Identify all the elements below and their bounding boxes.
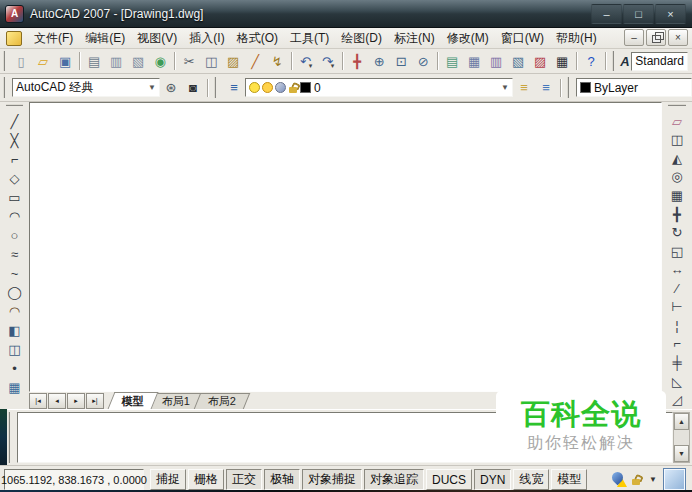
layer-viewport-freeze-icon[interactable] (275, 82, 286, 93)
layout-tab[interactable]: 模型 (108, 392, 159, 409)
close-button[interactable]: × (655, 4, 686, 24)
status-toggle-button[interactable]: 对象捕捉 (302, 469, 362, 490)
undo-icon[interactable]: ↶ ▾ (295, 50, 317, 72)
toolbar-grip[interactable] (668, 104, 686, 110)
qnew-icon[interactable]: ▯ (10, 50, 32, 72)
pan-realtime-icon[interactable]: ╋ (346, 50, 368, 72)
extend-icon[interactable]: ⊢ (667, 298, 688, 317)
workspace-settings-icon[interactable]: ⊛ (160, 77, 182, 99)
scroll-down-icon[interactable]: ▼ (674, 445, 689, 462)
save-icon[interactable]: ▣ (54, 50, 76, 72)
zoom-realtime-icon[interactable]: ⊕ (368, 50, 390, 72)
array-icon[interactable]: ▦ (667, 186, 688, 205)
status-toggle-button[interactable]: 模型 (551, 469, 587, 490)
zoom-window-icon[interactable]: ⊡ (390, 50, 412, 72)
status-toggle-button[interactable]: 正交 (226, 469, 262, 490)
construction-line-icon[interactable]: ╳ (4, 131, 25, 150)
chevron-down-icon[interactable]: ▼ (497, 83, 509, 92)
menu-item[interactable]: 窗口(W) (495, 28, 550, 49)
doc-minimize-button[interactable]: – (624, 29, 644, 46)
status-toggle-button[interactable]: 对象追踪 (364, 469, 424, 490)
toolbar-grip[interactable] (567, 77, 573, 99)
text-style-combobox[interactable]: Standard (631, 52, 688, 71)
move-icon[interactable]: ╋ (667, 205, 688, 224)
scroll-track[interactable] (674, 430, 689, 445)
rotate-icon[interactable]: ↻ (667, 223, 688, 242)
doc-restore-button[interactable] (646, 29, 666, 46)
status-toggle-button[interactable]: 栅格 (188, 469, 224, 490)
menu-item[interactable]: 帮助(H) (550, 28, 603, 49)
chevron-down-icon[interactable]: ▼ (144, 83, 156, 92)
layer-freeze-sun-icon[interactable] (262, 82, 273, 93)
menu-item[interactable]: 格式(O) (231, 28, 284, 49)
layer-lock-icon[interactable] (289, 87, 297, 93)
match-properties-icon[interactable]: ╱ (244, 50, 266, 72)
circle-icon[interactable]: ○ (4, 226, 25, 245)
copy-icon[interactable]: ◫ (200, 50, 222, 72)
status-toggle-button[interactable]: 捕捉 (150, 469, 186, 490)
offset-icon[interactable]: ◎ (667, 168, 688, 187)
plot-preview-icon[interactable]: ▥ (105, 50, 127, 72)
redo-icon[interactable]: ↷ ▾ (317, 50, 339, 72)
ellipse-icon[interactable]: ◯ (4, 283, 25, 302)
status-toggle-button[interactable]: 线宽 (513, 469, 549, 490)
toolbar-grip[interactable] (3, 77, 9, 99)
toolbar-grip[interactable] (214, 77, 220, 99)
doc-close-button[interactable]: × (668, 29, 688, 46)
communication-center-icon[interactable] (612, 472, 631, 487)
break-icon[interactable]: ⌐ (667, 335, 688, 354)
3d-dwf-icon[interactable]: ◉ (149, 50, 171, 72)
layer-properties-manager-icon[interactable]: ≡ (223, 77, 245, 99)
layer-previous-icon[interactable]: ≡ (513, 77, 535, 99)
clean-screen-button[interactable] (663, 468, 686, 491)
tab-nav-button[interactable]: ▸| (86, 393, 104, 409)
menu-item[interactable]: 文件(F) (28, 28, 79, 49)
layout-tab[interactable]: 布局2 (194, 393, 251, 409)
status-toggle-button[interactable]: 极轴 (264, 469, 300, 490)
menu-item[interactable]: 编辑(E) (79, 28, 131, 49)
fillet-icon[interactable]: ◿ (667, 390, 688, 409)
menu-item[interactable]: 绘图(D) (335, 28, 388, 49)
status-toggle-button[interactable]: DYN (474, 469, 511, 490)
open-icon[interactable]: ▱ (32, 50, 54, 72)
trim-icon[interactable]: ∕ (667, 279, 688, 298)
revision-cloud-icon[interactable]: ≈ (4, 245, 25, 264)
coordinates-readout[interactable]: 1065.1192, 838.1673 , 0.0000 (4, 469, 144, 490)
workspace-combobox[interactable]: AutoCAD 经典 ▼ (12, 78, 160, 97)
tab-nav-button[interactable]: |◂ (29, 393, 47, 409)
tab-nav-button[interactable]: ◂ (48, 393, 66, 409)
toolbar-grip[interactable] (3, 51, 7, 70)
sheet-set-manager-icon[interactable]: ▧ (507, 50, 529, 72)
dropdown-arrow-icon[interactable]: ▾ (331, 62, 335, 71)
tray-chevron-down-icon[interactable]: ▼ (649, 475, 657, 484)
polyline-icon[interactable]: ⌐ (4, 150, 25, 169)
color-control-combobox[interactable]: ByLayer (576, 78, 692, 97)
toolbar-grip[interactable] (612, 51, 616, 70)
properties-icon[interactable]: ▤ (441, 50, 463, 72)
layer-combobox[interactable]: 0 ▼ (245, 78, 513, 97)
autocad-app-icon[interactable]: A (5, 5, 24, 23)
status-toggle-button[interactable]: DUCS (426, 469, 472, 490)
mirror-icon[interactable]: ◭ (667, 149, 688, 168)
command-window-grip[interactable] (8, 412, 14, 463)
maximize-button[interactable]: □ (623, 4, 654, 24)
tool-palettes-icon[interactable]: ▥ (485, 50, 507, 72)
block-editor-icon[interactable]: ↯ (266, 50, 288, 72)
line-icon[interactable]: ╱ (4, 112, 25, 131)
text-style-icon[interactable]: A (619, 50, 632, 72)
plot-icon[interactable]: ▤ (83, 50, 105, 72)
polygon-icon[interactable]: ◇ (4, 169, 25, 188)
erase-icon[interactable]: ▱ (667, 112, 688, 131)
stretch-icon[interactable]: ↔ (667, 260, 688, 279)
point-icon[interactable]: • (4, 359, 25, 378)
menu-item[interactable]: 修改(M) (441, 28, 495, 49)
copy-icon[interactable]: ◫ (667, 130, 688, 149)
menu-item[interactable]: 工具(T) (284, 28, 335, 49)
publish-icon[interactable]: ▧ (127, 50, 149, 72)
paste-icon[interactable]: ▨ (222, 50, 244, 72)
minimize-button[interactable]: – (591, 4, 622, 24)
make-block-icon[interactable]: ◫ (4, 340, 25, 359)
cut-icon[interactable]: ✂ (178, 50, 200, 72)
menu-item[interactable]: 标注(N) (388, 28, 441, 49)
break-at-point-icon[interactable]: ¦ (667, 316, 688, 335)
